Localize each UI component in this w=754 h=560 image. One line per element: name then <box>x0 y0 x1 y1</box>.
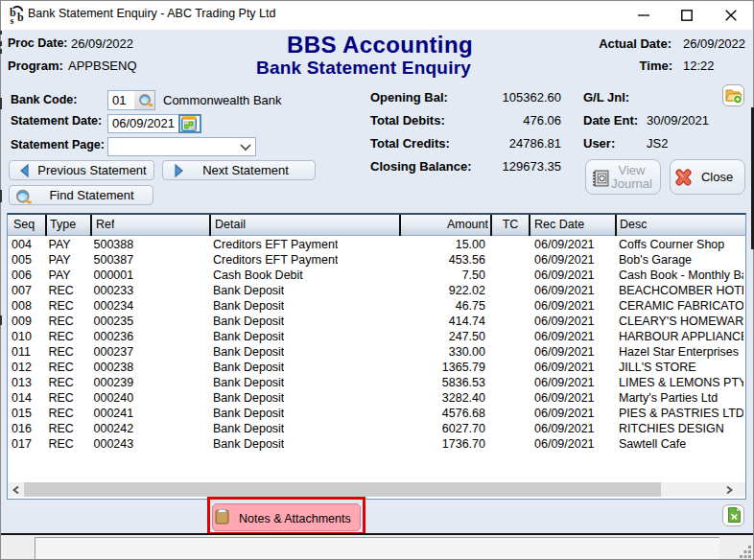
svg-text:b: b <box>17 11 24 24</box>
svg-text:s: s <box>11 15 14 25</box>
